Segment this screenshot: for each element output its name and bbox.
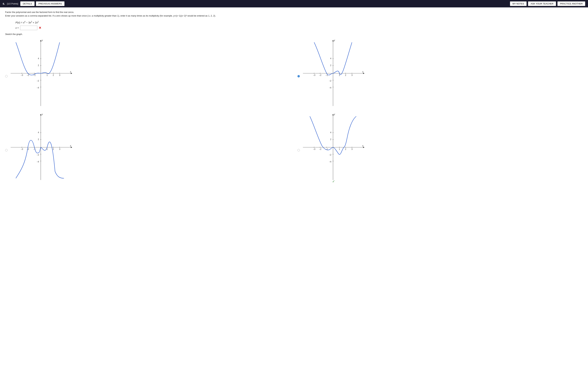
svg-text:−3: −3 [21,148,23,150]
svg-text:−2: −2 [37,80,39,82]
practice-another-button[interactable]: PRACTICE ANOTHER [557,1,585,6]
graph-radio-b[interactable] [297,75,300,77]
svg-text:4: 4 [330,57,331,60]
svg-text:4: 4 [38,57,39,60]
graph-cell-d: −3 −2 −1 1 2 3 4 2 −2 −4 x y [297,111,583,183]
graph-wrap-c: −3 −2 −1 1 2 3 4 2 −2 −4 x y [9,111,291,183]
svg-text:y: y [42,113,43,115]
polynomial-formula: P(x) = x4 − 3x3 + 2x2 [16,21,583,24]
x-equals-label: x = [16,26,19,29]
svg-marker-29 [332,40,334,41]
svg-text:3: 3 [351,74,353,76]
svg-text:2: 2 [330,64,331,67]
my-notes-button[interactable]: MY NOTES [510,1,527,6]
svg-text:4: 4 [38,131,39,134]
svg-text:−4: −4 [37,160,39,163]
svg-text:2: 2 [53,148,54,150]
svg-text:3: 3 [59,74,60,76]
graph-svg-a: −3 −2 −1 1 2 3 4 2 −2 −4 x y [9,37,73,110]
svg-text:2: 2 [38,138,39,141]
graph-wrap-d: −3 −2 −1 1 2 3 4 2 −2 −4 x y [301,111,583,183]
answer-input[interactable] [20,26,37,30]
graph-radio-c[interactable] [5,149,8,152]
content-area: Factor the polynomial and use the factor… [0,7,588,186]
svg-text:−2: −2 [329,154,331,156]
svg-text:y: y [42,39,43,42]
svg-text:x: x [70,70,71,73]
graph-radio-a[interactable] [5,75,8,77]
sketch-label: Sketch the graph. [5,33,583,35]
svg-text:−3: −3 [313,74,315,76]
svg-text:x: x [362,144,363,147]
svg-text:3: 3 [351,148,353,150]
instruction-line2: Enter your answers as a comma-separated … [5,14,583,18]
svg-text:−2: −2 [37,154,39,156]
svg-text:−3: −3 [21,74,23,76]
svg-text:3: 3 [59,148,60,150]
graph-cell-c: −3 −2 −1 1 2 3 4 2 −2 −4 x y [5,111,291,183]
instruction-line1: Factor the polynomial and use the factor… [5,10,583,14]
ask-teacher-button[interactable]: ASK YOUR TEACHER [528,1,556,6]
details-button[interactable]: DETAILS [20,1,35,6]
svg-text:2: 2 [345,74,346,76]
header-bar: 6. [1/2 Points] DETAILS PREVIOUS ANSWERS… [0,0,588,7]
previous-answers-button[interactable]: PREVIOUS ANSWERS [36,1,64,6]
svg-text:1: 1 [339,148,340,150]
svg-text:2: 2 [53,74,54,76]
error-icon: ✕ [39,26,41,30]
svg-text:4: 4 [330,131,331,134]
svg-text:x: x [362,70,363,73]
svg-text:−4: −4 [329,160,331,163]
svg-text:y: y [334,113,335,115]
graph-svg-d: −3 −2 −1 1 2 3 4 2 −2 −4 x y [301,111,365,183]
svg-text:−2: −2 [27,74,29,76]
svg-text:2: 2 [38,64,39,67]
graph-cell-b: −3 −2 −1 1 2 3 4 2 −2 −4 x y [297,37,583,110]
graph-radio-d[interactable] [297,149,300,152]
svg-marker-55 [40,114,42,115]
svg-text:−3: −3 [313,148,315,150]
svg-text:2: 2 [330,138,331,141]
svg-text:−2: −2 [319,148,321,150]
svg-text:−4: −4 [329,87,331,89]
svg-text:−2: −2 [329,80,331,82]
graph-cell-a: −3 −2 −1 1 2 3 4 2 −2 −4 x y [5,37,291,110]
svg-text:1: 1 [47,74,48,76]
svg-text:−4: −4 [37,87,39,89]
svg-text:−2: −2 [319,74,321,76]
graphs-grid: −3 −2 −1 1 2 3 4 2 −2 −4 x y [5,37,583,183]
graph-wrap-b: −3 −2 −1 1 2 3 4 2 −2 −4 x y [301,37,583,110]
svg-text:y: y [334,39,335,42]
svg-marker-81 [332,114,334,115]
instructions: Factor the polynomial and use the factor… [5,10,583,18]
svg-text:x: x [70,144,71,147]
points-label: [1/2 Points] [7,2,18,5]
graph-svg-c: −3 −2 −1 1 2 3 4 2 −2 −4 x y [9,111,73,183]
svg-text:2: 2 [345,148,346,150]
svg-marker-3 [40,40,42,41]
question-number: 6. [3,2,5,5]
correct-check-icon: ✓ [332,179,335,183]
answer-input-row: x = ✕ [16,26,583,30]
graph-svg-b: −3 −2 −1 1 2 3 4 2 −2 −4 x y [301,37,365,110]
graph-wrap-a: −3 −2 −1 1 2 3 4 2 −2 −4 x y [9,37,291,110]
